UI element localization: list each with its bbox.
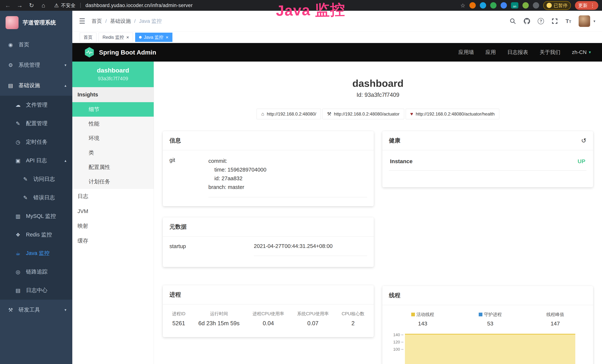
instance-header[interactable]: dashboard 93a3fc7f7409 (72, 62, 154, 87)
update-button[interactable]: 更新 ⋮ (575, 1, 598, 10)
sba-nav-wallboard[interactable]: 应用墙 (459, 49, 474, 56)
edit-icon: ✎ (15, 120, 21, 127)
dashboard-icon: ◉ (7, 42, 14, 48)
sidebar-item-tracing[interactable]: ◎ 链路追踪 (0, 263, 72, 281)
menu-item-scheduled-tasks[interactable]: 计划任务 (72, 174, 154, 189)
fullscreen-icon[interactable] (551, 18, 558, 24)
chevron-down-icon: ▾ (589, 50, 591, 55)
sidebar-item-java-monitor[interactable]: ☕ Java 监控 (0, 244, 72, 263)
help-icon[interactable]: ? (538, 18, 544, 24)
sidebar-item-file-mgmt[interactable]: ☁ 文件管理 (0, 96, 72, 114)
heart-icon: ♥ (410, 111, 413, 117)
locale-selector[interactable]: zh-CN ▾ (572, 49, 591, 55)
threads-card-header: 线程 (382, 286, 593, 305)
actuator-url-link[interactable]: ⚒ http://192.168.0.2:48080/actuator (322, 109, 404, 119)
paused-label: 已暂停 (554, 2, 568, 9)
avatar-caret-icon[interactable]: ▾ (593, 19, 595, 23)
warning-icon: ⚠ (54, 2, 59, 9)
home-icon[interactable]: ⌂ (39, 2, 47, 9)
reload-icon[interactable]: ↻ (27, 2, 36, 9)
chart-plot-area (405, 332, 575, 364)
sidebar-item-access-logs[interactable]: ✎ 访问日志 (0, 170, 72, 188)
live-threads-area (405, 334, 575, 364)
extension-icon-1[interactable] (469, 2, 476, 9)
sba-nav-applications[interactable]: 应用 (485, 49, 496, 56)
health-url-link[interactable]: ♥ http://192.168.0.2:48080/actuator/heal… (406, 109, 499, 119)
font-size-icon[interactable]: TT (566, 18, 571, 24)
profile-paused-badge[interactable]: 已暂停 (543, 1, 571, 10)
sidebar-item-error-logs[interactable]: ✎ 错误日志 (0, 188, 72, 207)
close-icon[interactable]: × (166, 35, 169, 40)
user-avatar[interactable] (579, 15, 590, 27)
browser-actions: ☆ on 已暂停 更新 ⋮ (460, 1, 598, 10)
profile-avatar-icon (547, 3, 552, 8)
health-instance-row[interactable]: Instance UP (389, 157, 587, 171)
sidebar-item-system-mgmt[interactable]: ⚙ 系统管理 ▾ (0, 55, 72, 75)
sba-nav-about[interactable]: 关于我们 (540, 49, 560, 56)
sidebar-item-dev-tools[interactable]: ⚒ 研发工具 ▾ (0, 300, 72, 320)
extension-icon-2[interactable] (480, 2, 486, 9)
menu-item-details[interactable]: 细节 (72, 102, 154, 117)
security-chip[interactable]: ⚠ 不安全 (54, 2, 75, 9)
insights-group: 细节 性能 环境 类 配置属性 计划任务 (72, 102, 154, 189)
threads-chart: 140 120 100 (389, 332, 587, 364)
process-stats: 进程ID 5261 运行时间 6d 23h 15m 59s (170, 311, 367, 327)
cards-left-column: 信息 git commit: time: 1596289704000 id: 2… (163, 131, 374, 364)
sba-nav-journal[interactable]: 日志报表 (507, 49, 528, 56)
sidebar-item-mysql-monitor[interactable]: ▥ MySQL 监控 (0, 207, 72, 225)
tab-home[interactable]: 首页 (80, 33, 97, 42)
menu-item-mappings[interactable]: 映射 (72, 219, 154, 234)
sidebar-item-log-center[interactable]: ▤ 日志中心 (0, 281, 72, 300)
extension-icon-3[interactable] (490, 2, 496, 9)
tab-redis-monitor[interactable]: Redis 监控 × (99, 33, 133, 42)
trace-icon: ◎ (15, 269, 21, 275)
close-icon[interactable]: × (126, 35, 129, 40)
breadcrumb-home[interactable]: 首页 (92, 18, 102, 25)
sidebar-item-config-mgmt[interactable]: ✎ 配置管理 (0, 114, 72, 133)
update-label: 更新 (578, 2, 588, 9)
menu-item-classes[interactable]: 类 (72, 146, 154, 160)
service-url-link[interactable]: ⌂ http://192.168.0.2:48080/ (257, 109, 321, 119)
sidebar-item-infrastructure[interactable]: ▤ 基础设施 ▴ (0, 75, 72, 96)
threads-card: 线程 活动线程 1 (382, 286, 593, 364)
status-badge: UP (578, 158, 585, 164)
breadcrumb-infrastructure[interactable]: 基础设施 (110, 18, 131, 25)
sba-brand-title: Spring Boot Admin (99, 49, 156, 56)
app-logo[interactable]: 芋道管理系统 (0, 11, 72, 34)
sba-nav: 应用墙 应用 日志报表 关于我们 zh-CN ▾ (459, 49, 591, 56)
bookmark-star-icon[interactable]: ☆ (460, 2, 465, 9)
search-icon[interactable] (509, 18, 516, 24)
annotation-java-monitor: Java 监控 (276, 0, 345, 21)
metadata-key: startup (170, 243, 254, 256)
menu-item-environment[interactable]: 环境 (72, 131, 154, 146)
tab-java-monitor[interactable]: Java 监控 × (135, 33, 172, 42)
extension-icon-5[interactable] (522, 2, 529, 9)
menu-section-insights: Insights (72, 87, 154, 102)
timer-icon: ◷ (15, 139, 21, 145)
menu-item-caches[interactable]: 缓存 (72, 234, 154, 248)
menu-item-metrics[interactable]: 性能 (72, 117, 154, 131)
instance-id: 93a3fc7f7409 (76, 76, 150, 82)
doc-icon: ✎ (22, 176, 29, 182)
menu-item-jvm[interactable]: JVM (72, 204, 154, 219)
logo-avatar (6, 16, 19, 29)
extension-icon-4[interactable] (501, 2, 507, 9)
screen: ← → ↻ ⌂ ⚠ 不安全 dashboard.yudao.iocoder.cn… (0, 0, 602, 364)
sidebar-toggle-icon[interactable]: ☰ (79, 17, 85, 25)
stat-pid: 进程ID 5261 (172, 311, 185, 327)
sidebar-item-scheduled-jobs[interactable]: ◷ 定时任务 (0, 133, 72, 151)
github-icon[interactable] (524, 18, 530, 24)
address-bar[interactable]: dashboard.yudao.iocoder.cn/infra/admin-s… (86, 3, 193, 8)
sidebar-item-redis-monitor[interactable]: ❖ Redis 监控 (0, 225, 72, 244)
sidebar-item-home[interactable]: ◉ 首页 (0, 34, 72, 55)
back-icon[interactable]: ← (4, 2, 12, 9)
forward-icon[interactable]: → (16, 2, 24, 9)
browser-menu-icon[interactable]: ⋮ (590, 3, 595, 8)
sidebar-item-api-logs[interactable]: ▣ API 日志 ▴ (0, 151, 72, 170)
sba-brand[interactable]: Spring Boot Admin (84, 47, 156, 57)
extension-puzzle-icon[interactable] (533, 2, 539, 9)
history-icon[interactable]: ↺ (581, 137, 587, 144)
menu-item-config-props[interactable]: 配置属性 (72, 160, 154, 174)
menu-item-logs[interactable]: 日志 (72, 189, 154, 204)
extension-icon-on[interactable]: on (511, 2, 518, 9)
